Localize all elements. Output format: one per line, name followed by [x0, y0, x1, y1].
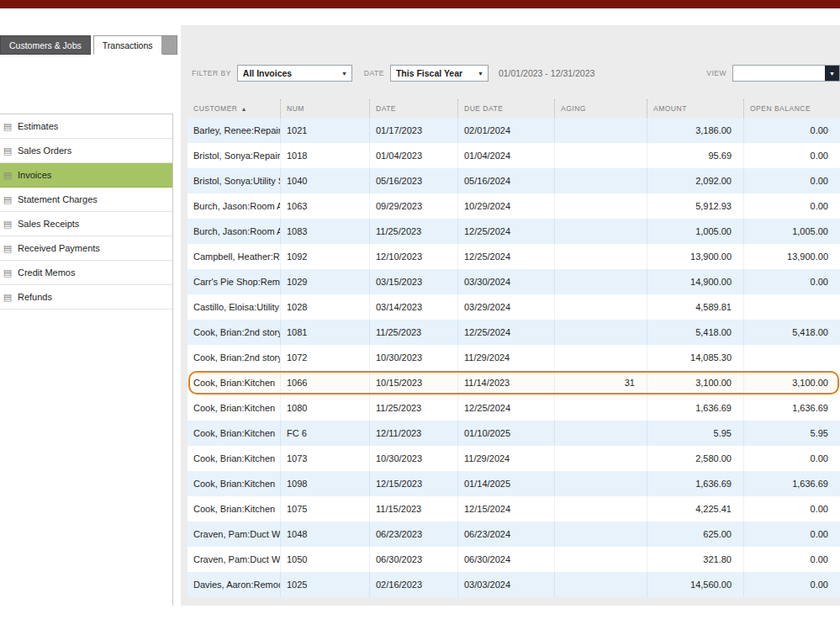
cell-aging — [554, 244, 647, 269]
cell-amount: 3,100.00 — [647, 370, 743, 395]
sidebar-item-estimates[interactable]: ▤ Estimates — [0, 114, 172, 139]
table-row[interactable]: Barley, Renee:Repairs102101/17/202302/01… — [188, 118, 840, 143]
table-row[interactable]: Burch, Jason:Room Addit...106309/29/2023… — [188, 193, 840, 219]
cell-date: 01/04/2023 — [369, 143, 457, 168]
cell-num: 1073 — [280, 446, 369, 471]
cell-due-date: 02/01/2024 — [457, 118, 554, 143]
cell-open-balance: 13,900.00 — [743, 244, 840, 269]
sidebar-item-refunds[interactable]: ▤ Refunds — [0, 285, 172, 310]
column-header-customer[interactable]: CUSTOMER ▲ — [188, 99, 280, 118]
cell-customer: Cook, Brian:Kitchen — [188, 446, 280, 471]
cell-customer: Cook, Brian:Kitchen — [188, 421, 280, 446]
table-row[interactable]: Craven, Pam:Duct Work104806/23/202306/23… — [188, 521, 840, 547]
sidebar-item-label: Sales Orders — [18, 146, 71, 156]
cell-open-balance — [743, 345, 840, 370]
cell-customer: Burch, Jason:Room Addit... — [188, 219, 280, 244]
column-header-amount[interactable]: AMOUNT — [647, 99, 743, 118]
table-header: CUSTOMER ▲ NUM DATE DUE DATE AGING AMOUN… — [188, 99, 840, 119]
table-row-selected[interactable]: Cook, Brian:Kitchen106610/15/202311/14/2… — [188, 370, 840, 395]
cell-date: 11/25/2023 — [369, 395, 457, 421]
cell-aging — [554, 219, 647, 244]
cell-date: 12/11/2023 — [369, 421, 457, 446]
cell-date: 06/23/2023 — [369, 521, 457, 547]
cell-date: 01/17/2023 — [369, 118, 457, 143]
sidebar-item-received-payments[interactable]: ▤ Received Payments — [0, 236, 172, 261]
cell-due-date: 10/29/2024 — [457, 193, 554, 219]
table-row[interactable]: Carr's Pie Shop:Remodel102903/15/202303/… — [188, 269, 840, 294]
table-row[interactable]: Cook, Brian:Kitchen107511/15/202312/15/2… — [188, 496, 840, 521]
cell-amount: 3,186.00 — [647, 118, 743, 143]
cell-amount: 14,085.30 — [647, 345, 743, 370]
table-row[interactable]: Cook, Brian:KitchenFC 612/11/202301/10/2… — [188, 421, 840, 446]
document-icon: ▤ — [3, 244, 13, 253]
table-row[interactable]: Castillo, Eloisa:Utility Ro...102803/14/… — [188, 294, 840, 320]
cell-amount: 14,900.00 — [647, 269, 743, 294]
column-header-date[interactable]: DATE — [369, 99, 457, 118]
cell-customer: Carr's Pie Shop:Remodel — [188, 269, 280, 294]
tab-transactions[interactable]: Transactions — [93, 35, 162, 55]
cell-due-date: 03/30/2024 — [457, 269, 554, 294]
cell-open-balance: 5,418.00 — [743, 320, 840, 345]
sidebar-item-label: Sales Receipts — [18, 219, 79, 229]
cell-num: FC 6 — [280, 421, 369, 446]
column-header-open-balance[interactable]: OPEN BALANCE — [743, 99, 840, 118]
sidebar-item-sales-receipts[interactable]: ▤ Sales Receipts — [0, 212, 172, 236]
table-row[interactable]: Campbell, Heather:Rem...109212/10/202312… — [188, 244, 840, 269]
cell-num: 1040 — [280, 168, 369, 193]
view-dropdown[interactable]: ▼ — [732, 65, 840, 82]
column-header-due-date[interactable]: DUE DATE — [457, 99, 554, 118]
cell-num: 1050 — [280, 547, 369, 572]
table-row[interactable]: Cook, Brian:Kitchen109812/15/202301/14/2… — [188, 471, 840, 496]
cell-due-date: 11/14/2023 — [457, 370, 554, 395]
chevron-down-icon: ▼ — [337, 71, 351, 77]
cell-open-balance: 0.00 — [743, 446, 840, 471]
cell-open-balance: 0.00 — [743, 521, 840, 547]
table-row[interactable]: Bristol, Sonya:Repairs101801/04/202301/0… — [188, 143, 840, 168]
column-header-aging[interactable]: AGING — [554, 99, 647, 118]
cell-customer: Cook, Brian:Kitchen — [188, 370, 280, 395]
cell-amount: 321.80 — [647, 547, 743, 572]
document-icon: ▤ — [3, 171, 13, 180]
cell-customer: Craven, Pam:Duct Work — [188, 521, 280, 547]
sidebar-item-invoices[interactable]: ▤ Invoices — [0, 163, 172, 188]
view-label: VIEW — [706, 69, 726, 77]
document-icon: ▤ — [3, 195, 13, 204]
cell-open-balance: 0.00 — [743, 118, 840, 143]
cell-amount: 4,589.81 — [647, 294, 743, 320]
table-row[interactable]: Burch, Jason:Room Addit...108311/25/2023… — [188, 219, 840, 244]
date-dropdown[interactable]: This Fiscal Year ▼ — [390, 65, 489, 82]
cell-amount: 1,636.69 — [647, 395, 743, 421]
table-row[interactable]: Cook, Brian:2nd story ad...107210/30/202… — [188, 345, 840, 370]
table-row[interactable]: Cook, Brian:2nd story ad...108111/25/202… — [188, 320, 840, 345]
chevron-down-icon: ▼ — [825, 66, 839, 81]
cell-date: 10/30/2023 — [369, 345, 457, 370]
table-row[interactable]: Bristol, Sonya:Utility Shed104005/16/202… — [188, 168, 840, 193]
tab-stub — [162, 35, 177, 55]
cell-amount: 4,225.41 — [647, 496, 743, 521]
sidebar-item-credit-memos[interactable]: ▤ Credit Memos — [0, 261, 172, 285]
cell-aging — [554, 118, 647, 143]
sidebar-item-sales-orders[interactable]: ▤ Sales Orders — [0, 139, 172, 163]
cell-date: 03/14/2023 — [369, 294, 457, 320]
cell-num: 1098 — [280, 471, 369, 496]
sort-asc-icon: ▲ — [241, 106, 247, 112]
cell-aging — [554, 547, 647, 572]
customer-center-tabs: Customers & Jobs Transactions — [0, 35, 177, 55]
table-row[interactable]: Cook, Brian:Kitchen107310/30/202311/29/2… — [188, 446, 840, 471]
cell-date: 11/15/2023 — [369, 496, 457, 521]
sidebar-item-label: Invoices — [18, 170, 51, 180]
table-row[interactable]: Craven, Pam:Duct Work105006/30/202306/30… — [188, 547, 840, 572]
tab-customers-jobs[interactable]: Customers & Jobs — [0, 35, 91, 55]
cell-amount: 1,005.00 — [647, 219, 743, 244]
cell-due-date: 05/16/2024 — [457, 168, 554, 193]
cell-due-date: 12/25/2024 — [457, 320, 554, 345]
filter-by-dropdown[interactable]: All Invoices ▼ — [237, 65, 352, 82]
column-header-num[interactable]: NUM — [280, 99, 369, 118]
cell-num: 1021 — [280, 118, 369, 143]
table-row[interactable]: Cook, Brian:Kitchen108011/25/202312/25/2… — [188, 395, 840, 421]
sidebar-item-statement-charges[interactable]: ▤ Statement Charges — [0, 188, 172, 212]
cell-amount: 1,636.69 — [647, 471, 743, 496]
table-row[interactable]: Davies, Aaron:Remodel102502/16/202303/03… — [188, 572, 840, 597]
cell-amount: 5,418.00 — [647, 320, 743, 345]
sidebar-item-label: Credit Memos — [18, 267, 75, 278]
